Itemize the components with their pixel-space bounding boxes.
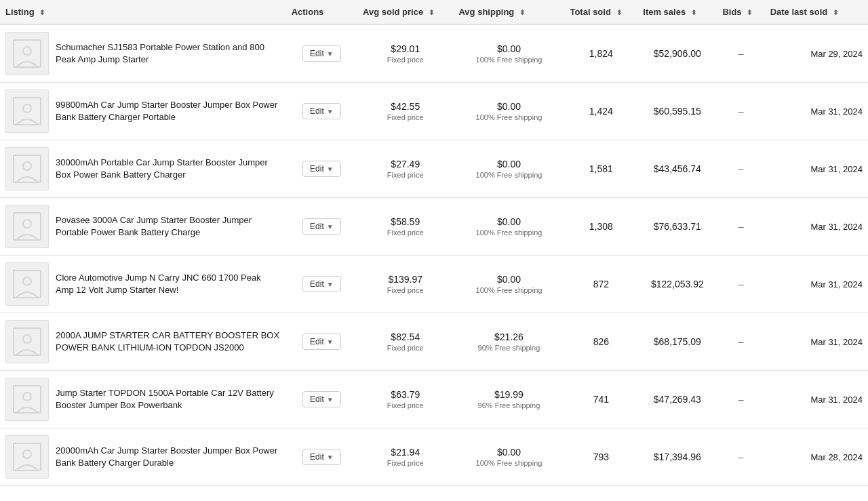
listing-cell: Clore Automotive Jump N Carry JNC 660 17…	[0, 256, 286, 313]
date-last-sold-cell: Mar 31, 2024	[765, 313, 868, 371]
avg-price-value: $42.55	[363, 101, 448, 112]
bids-cell: –	[717, 428, 764, 486]
date-last-sold-cell: Mar 29, 2024	[765, 24, 868, 83]
table-row: 2000A JUMP STARTER CAR BATTERY BOOSTER B…	[0, 313, 868, 371]
shipping-pct: 100% Free shipping	[458, 171, 559, 179]
item-sales-sort-icon: ⬍	[691, 9, 696, 16]
table-row: 20000mAh Car Jump Starter Booster Jumper…	[0, 428, 868, 486]
product-image	[5, 262, 49, 306]
edit-label: Edit	[310, 222, 324, 231]
product-title: 20000mAh Car Jump Starter Booster Jumper…	[56, 445, 281, 469]
price-type-label: Fixed price	[363, 401, 448, 409]
chevron-down-icon: ▼	[327, 281, 334, 288]
edit-button[interactable]: Edit▼	[302, 334, 341, 350]
product-image	[5, 320, 49, 363]
table-row: 99800mAh Car Jump Starter Booster Jumper…	[0, 83, 868, 140]
item-sales-cell: $60,595.15	[637, 83, 717, 140]
edit-button[interactable]: Edit▼	[302, 45, 341, 62]
chevron-down-icon: ▼	[327, 165, 334, 173]
edit-label: Edit	[310, 164, 324, 174]
price-type-label: Fixed price	[363, 113, 448, 121]
col-header-item-sales[interactable]: Item sales ⬍	[637, 0, 717, 24]
listing-cell: Jump Starter TOPDON 1500A Portable Car 1…	[0, 371, 286, 428]
shipping-amount: $0.00	[458, 43, 559, 54]
actions-cell: Edit▼	[286, 371, 357, 428]
avg-shipping-cell: $0.00 100% Free shipping	[453, 256, 564, 313]
col-header-listing[interactable]: Listing ⬍	[0, 0, 286, 24]
avg-price-cell: $42.55 Fixed price	[357, 83, 453, 140]
listing-cell: Povasee 3000A Car Jump Starter Booster J…	[0, 198, 286, 256]
avg-price-cell: $58.59 Fixed price	[357, 198, 453, 256]
listings-table: Listing ⬍ Actions Avg sold price ⬍ Avg s…	[0, 0, 868, 486]
bids-cell: –	[717, 24, 764, 83]
chevron-down-icon: ▼	[327, 50, 334, 58]
table-row: Clore Automotive Jump N Carry JNC 660 17…	[0, 256, 868, 313]
table-row: 30000mAh Portable Car Jump Starter Boost…	[0, 140, 868, 198]
item-sales-cell: $47,269.43	[637, 371, 717, 428]
date-last-sold-cell: Mar 31, 2024	[765, 83, 868, 140]
svg-rect-4	[14, 155, 41, 182]
edit-button[interactable]: Edit▼	[302, 218, 341, 235]
product-image	[5, 435, 49, 479]
listing-cell: 30000mAh Portable Car Jump Starter Boost…	[0, 140, 286, 198]
col-header-date-last-sold[interactable]: Date last sold ⬍	[765, 0, 868, 24]
avg-price-value: $63.79	[363, 389, 448, 400]
shipping-amount: $19.99	[458, 389, 559, 400]
edit-label: Edit	[310, 452, 324, 462]
avg-shipping-cell: $0.00 100% Free shipping	[453, 140, 564, 198]
avg-shipping-cell: $0.00 100% Free shipping	[453, 24, 564, 83]
col-header-total-sold[interactable]: Total sold ⬍	[564, 0, 637, 24]
edit-button[interactable]: Edit▼	[302, 391, 341, 407]
edit-button[interactable]: Edit▼	[302, 276, 341, 292]
shipping-amount: $0.00	[458, 447, 559, 458]
svg-point-3	[23, 104, 31, 113]
date-last-sold-cell: Mar 28, 2024	[765, 428, 868, 486]
item-sales-cell: $17,394.96	[637, 428, 717, 486]
total-sold-cell: 1,824	[564, 24, 637, 83]
svg-rect-8	[14, 270, 41, 298]
svg-point-13	[23, 393, 31, 401]
svg-point-5	[23, 162, 31, 170]
listing-cell: Schumacher SJ1583 Portable Power Station…	[0, 24, 286, 83]
date-last-sold-cell: Mar 31, 2024	[765, 198, 868, 256]
bids-cell: –	[717, 371, 764, 428]
item-sales-cell: $68,175.09	[637, 313, 717, 371]
svg-rect-2	[14, 98, 41, 125]
bids-cell: –	[717, 313, 764, 371]
edit-label: Edit	[310, 395, 324, 404]
date-last-sold-cell: Mar 31, 2024	[765, 256, 868, 313]
table-row: Povasee 3000A Car Jump Starter Booster J…	[0, 198, 868, 256]
chevron-down-icon: ▼	[327, 454, 334, 461]
product-image	[5, 205, 49, 248]
avg-price-value: $139.97	[363, 274, 448, 285]
avg-price-cell: $82.54 Fixed price	[357, 313, 453, 371]
price-type-label: Fixed price	[363, 459, 448, 467]
edit-button[interactable]: Edit▼	[302, 161, 341, 177]
edit-button[interactable]: Edit▼	[302, 103, 341, 119]
total-sold-cell: 1,308	[564, 198, 637, 256]
shipping-pct: 100% Free shipping	[458, 286, 559, 294]
avg-shipping-cell: $19.99 96% Free shipping	[453, 371, 564, 428]
col-header-actions: Actions	[286, 0, 357, 24]
total-sold-sort-icon: ⬍	[616, 9, 622, 16]
actions-cell: Edit▼	[286, 428, 357, 486]
edit-button[interactable]: Edit▼	[302, 449, 341, 465]
price-type-label: Fixed price	[363, 56, 448, 64]
actions-cell: Edit▼	[286, 83, 357, 140]
col-header-avg-shipping[interactable]: Avg shipping ⬍	[453, 0, 564, 24]
svg-rect-12	[14, 386, 41, 413]
chevron-down-icon: ▼	[327, 396, 334, 403]
avg-shipping-cell: $0.00 100% Free shipping	[453, 83, 564, 140]
product-title: 30000mAh Portable Car Jump Starter Boost…	[56, 157, 281, 181]
shipping-pct: 100% Free shipping	[458, 459, 559, 467]
table-row: Jump Starter TOPDON 1500A Portable Car 1…	[0, 371, 868, 428]
date-last-sold-cell: Mar 31, 2024	[765, 371, 868, 428]
chevron-down-icon: ▼	[327, 338, 334, 346]
actions-cell: Edit▼	[286, 313, 357, 371]
col-header-bids[interactable]: Bids ⬍	[717, 0, 764, 24]
shipping-pct: 90% Free shipping	[458, 344, 559, 352]
edit-label: Edit	[310, 279, 324, 289]
col-header-avg-price[interactable]: Avg sold price ⬍	[357, 0, 453, 24]
product-title: 2000A JUMP STARTER CAR BATTERY BOOSTER B…	[56, 329, 281, 354]
avg-shipping-cell: $21.26 90% Free shipping	[453, 313, 564, 371]
